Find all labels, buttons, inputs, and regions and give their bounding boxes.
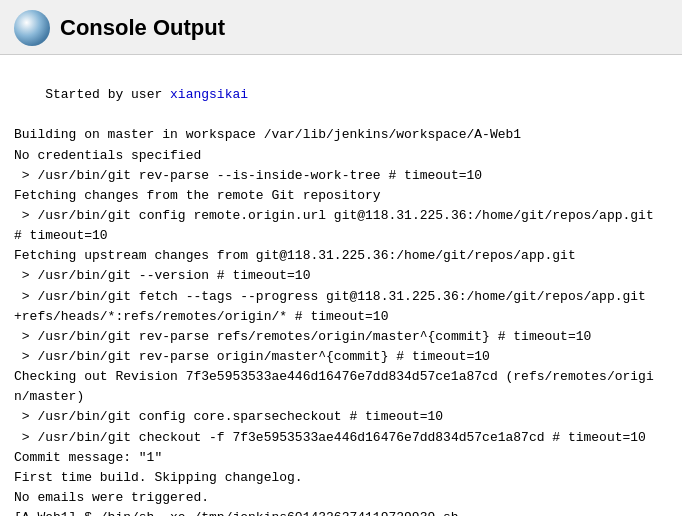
line-fetching2: Fetching upstream changes from git@118.3…	[14, 246, 668, 266]
line-cmd1: > /usr/bin/git rev-parse --is-inside-wor…	[14, 166, 668, 186]
line-cmd7: > /usr/bin/git config core.sparsecheckou…	[14, 407, 668, 427]
page-header: Console Output	[0, 0, 682, 55]
started-prefix: Started by user	[45, 87, 170, 102]
line-cmd2: > /usr/bin/git config remote.origin.url …	[14, 206, 668, 246]
console-icon	[14, 10, 50, 46]
line-commit: Commit message: "1"	[14, 448, 668, 468]
line-cmd8: > /usr/bin/git checkout -f 7f3e5953533ae…	[14, 428, 668, 448]
line-firsttime: First time build. Skipping changelog.	[14, 468, 668, 488]
line-cmd4b: +refs/heads/*:refs/remotes/origin/* # ti…	[14, 307, 668, 327]
line-noemails: No emails were triggered.	[14, 488, 668, 508]
line-started: Started by user xiangsikai	[14, 65, 668, 125]
user-link[interactable]: xiangsikai	[170, 87, 248, 102]
line-sh: [A-Web1] $ /bin/sh -xe /tmp/jenkins60143…	[14, 508, 668, 516]
line-checking: Checking out Revision 7f3e5953533ae446d1…	[14, 367, 668, 407]
line-building: Building on master in workspace /var/lib…	[14, 125, 668, 145]
line-cmd4: > /usr/bin/git fetch --tags --progress g…	[14, 287, 668, 307]
line-cmd3: > /usr/bin/git --version # timeout=10	[14, 266, 668, 286]
line-no-creds: No credentials specified	[14, 146, 668, 166]
console-output: Started by user xiangsikai Building on m…	[0, 55, 682, 516]
line-fetching1: Fetching changes from the remote Git rep…	[14, 186, 668, 206]
line-cmd6: > /usr/bin/git rev-parse origin/master^{…	[14, 347, 668, 367]
line-cmd5: > /usr/bin/git rev-parse refs/remotes/or…	[14, 327, 668, 347]
page-title: Console Output	[60, 15, 225, 41]
